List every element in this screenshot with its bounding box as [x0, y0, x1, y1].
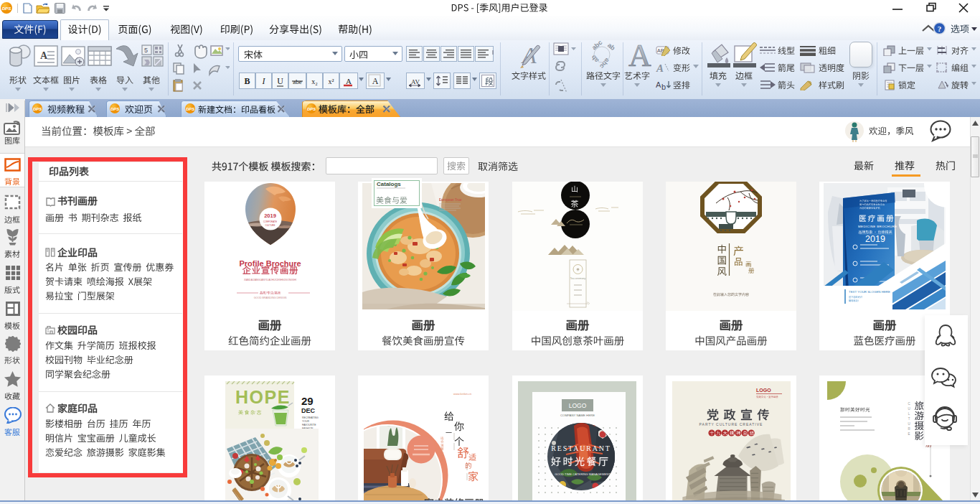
svg-text:T: T — [908, 417, 910, 421]
svg-text:DEC: DEC — [301, 407, 316, 414]
svg-text:FAVOURITE: FAVOURITE — [302, 424, 316, 426]
svg-text:A: A — [40, 50, 48, 61]
svg-text:R: R — [908, 427, 910, 431]
svg-text:www.kinlon.cn: www.kinlon.cn — [453, 392, 471, 396]
svg-text:MEDICINE BROCHURE: MEDICINE BROCHURE — [858, 225, 897, 228]
svg-text:DPS: DPS — [307, 107, 316, 111]
svg-text:L: L — [908, 412, 910, 416]
svg-text:B: B — [244, 76, 250, 86]
svg-text:2019: 2019 — [865, 234, 885, 244]
svg-text:HOPE: HOPE — [235, 387, 291, 407]
svg-text:LOGO: LOGO — [756, 388, 771, 393]
svg-text:E: E — [908, 432, 910, 436]
svg-text:European True: European True — [439, 198, 462, 202]
svg-text:Profile Brochure: Profile Brochure — [239, 259, 301, 268]
svg-text:DPS: DPS — [33, 107, 42, 111]
svg-text:?: ? — [938, 24, 942, 33]
svg-text:RECREATING: RECREATING — [302, 416, 319, 419]
svg-text:abc: abc — [598, 57, 611, 70]
svg-text:GOOD BRANDING DESIGN: GOOD BRANDING DESIGN — [254, 297, 287, 299]
svg-text:Tea ceremony: Tea ceremony — [570, 277, 586, 280]
svg-text:U: U — [908, 422, 910, 426]
svg-text:A: A — [656, 80, 661, 89]
svg-text:CORPORATE: CORPORATE — [263, 220, 277, 223]
svg-text:COMPANY NAME HERE: COMPANY NAME HERE — [560, 414, 595, 417]
svg-text:CULTURE: CULTURE — [265, 224, 275, 227]
svg-text:b: b — [661, 83, 666, 91]
svg-text:5: 5 — [144, 47, 148, 54]
svg-text:RESTAURANT: RESTAURANT — [551, 444, 611, 452]
svg-text:U: U — [277, 76, 283, 86]
svg-text:A: A — [656, 62, 664, 73]
svg-text:DPS: DPS — [186, 107, 194, 111]
svg-text:PARTY CULTURE CREATIVE: PARTY CULTURE CREATIVE — [699, 422, 763, 426]
svg-text:x₂: x₂ — [311, 78, 318, 85]
svg-text:DPS: DPS — [110, 107, 119, 111]
svg-text:29: 29 — [301, 395, 314, 407]
svg-text:A: A — [372, 76, 379, 86]
svg-text:Catalogs: Catalogs — [377, 181, 401, 187]
svg-text:A: A — [628, 39, 651, 70]
svg-text:TEXT YOUR SLOGEN HERE: TEXT YOUR SLOGEN HERE — [849, 290, 890, 294]
svg-text:DPS: DPS — [2, 6, 12, 11]
svg-text:U: U — [908, 407, 910, 411]
svg-text:abe: abe — [293, 78, 302, 85]
svg-text:2019: 2019 — [264, 213, 276, 219]
svg-text:LOGO: LOGO — [569, 402, 587, 409]
svg-text:GOOD TIME CATERING MANAGEME: GOOD TIME CATERING MANAGEMENT — [555, 472, 611, 476]
svg-text:abc: abc — [590, 40, 603, 52]
svg-text:ab: ab — [606, 42, 617, 52]
svg-text:YOUR: YOUR — [302, 420, 310, 423]
svg-text:A: A — [346, 77, 352, 85]
svg-text:x²: x² — [329, 78, 334, 85]
svg-text:XIANDAIJIANGUANYILIAOHUICESHEJ: XIANDAIJIANGUANYILIAOHUICESHEJIGONGSHI — [244, 279, 296, 281]
svg-text:C: C — [908, 402, 910, 406]
